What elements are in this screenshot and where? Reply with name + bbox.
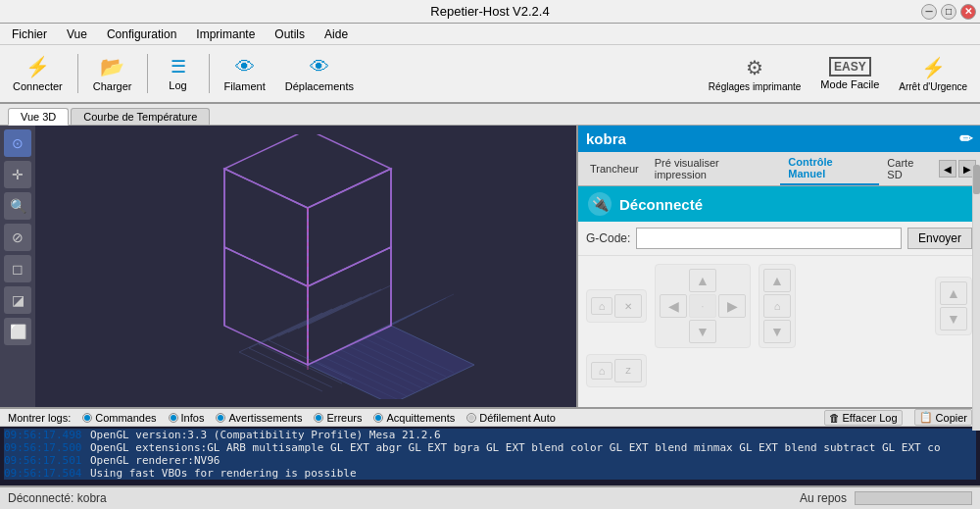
menu-fichier[interactable]: Fichier	[4, 25, 55, 43]
menu-outils[interactable]: Outils	[267, 25, 313, 43]
connecter-button[interactable]: ⚡ Connecter	[4, 47, 72, 100]
log-line: 09:56:17.498OpenGL version:3.3 (Compatib…	[4, 429, 976, 441]
maximize-button[interactable]: □	[941, 4, 956, 20]
toolbar-separator-1	[77, 54, 78, 93]
svg-line-33	[308, 285, 391, 325]
log-time: 09:56:17.498	[4, 429, 82, 441]
toolbar-separator-2	[147, 54, 148, 93]
toolbar: ⚡ Connecter 📂 Charger ☰ Log 👁 Filament 👁…	[0, 45, 980, 104]
filter-commandes[interactable]: Commandes	[82, 412, 156, 424]
infos-radio	[169, 413, 178, 423]
controls-row-2: ⌂ Z	[586, 354, 972, 387]
svg-marker-20	[308, 169, 391, 286]
sidebar-view2d-icon[interactable]: ◪	[4, 286, 31, 314]
filament-button[interactable]: 👁 Filament	[216, 47, 274, 100]
send-button[interactable]: Envoyer	[907, 228, 972, 249]
jog-right-btn[interactable]: ▶	[718, 294, 746, 318]
jog-empty-4	[718, 320, 746, 343]
viewport: ⊙ ✛ 🔍 ⊘ ◻ ◪ ⬜	[0, 126, 578, 407]
filter-avertissements[interactable]: Avertissements	[216, 412, 302, 424]
nav-left-btn[interactable]: ◀	[939, 160, 956, 178]
main-content: ⊙ ✛ 🔍 ⊘ ◻ ◪ ⬜	[0, 126, 980, 407]
controls-area: ⌂ ✕ ▲ ◀ · ▶ ▼	[578, 256, 980, 407]
svg-line-31	[288, 293, 371, 332]
sidebar-no-icon[interactable]: ⊘	[4, 224, 31, 251]
acquittements-radio	[373, 413, 383, 423]
home-z-btn[interactable]: ⌂	[591, 362, 612, 380]
z-label-btn: Z	[614, 359, 642, 382]
close-button[interactable]: ✕	[960, 4, 976, 20]
tab-carte-sd[interactable]: Carte SD	[879, 153, 939, 184]
log-line: 09:56:17.501OpenGL renderer:NV96	[4, 454, 976, 467]
effacer-icon: 🗑	[829, 412, 840, 424]
jog-up-btn[interactable]: ▲	[689, 269, 716, 292]
log-button[interactable]: ☰ Log	[154, 47, 203, 100]
cube-svg	[141, 134, 474, 399]
statusbar-right: Au repos	[800, 491, 847, 505]
deplacements-label: Déplacements	[285, 80, 354, 92]
svg-line-27	[249, 309, 332, 348]
menu-configuration[interactable]: Configuration	[99, 25, 184, 43]
acquittements-label: Acquittements	[386, 412, 455, 424]
sidebar-home-icon[interactable]: ⊙	[4, 129, 31, 157]
z-up-btn[interactable]: ▲	[763, 269, 791, 292]
copier-label: Copier	[936, 412, 967, 424]
log-label: Log	[169, 79, 186, 91]
mode-facile-button[interactable]: EASY Mode Facile	[811, 47, 888, 100]
gcode-label: G-Code:	[586, 231, 630, 245]
copier-button[interactable]: 📋 Copier	[914, 409, 972, 426]
connect-icon: ⚡	[25, 55, 50, 78]
controls-row-1: ⌂ ✕ ▲ ◀ · ▶ ▼	[586, 264, 972, 348]
deplacements-button[interactable]: 👁 Déplacements	[276, 47, 363, 100]
right-scrollbar[interactable]	[972, 165, 980, 431]
extrude-down-btn[interactable]: ▼	[940, 307, 967, 331]
infos-label: Infos	[181, 412, 205, 424]
home-xy-btn[interactable]: ⌂	[591, 297, 612, 315]
z-down-btn[interactable]: ▼	[763, 320, 791, 343]
filter-erreurs[interactable]: Erreurs	[314, 412, 362, 424]
tab-trancheur[interactable]: Trancheur	[582, 159, 647, 178]
printer-name: kobra	[586, 130, 626, 147]
sidebar-view3d-icon[interactable]: ◻	[4, 255, 31, 282]
filter-acquittements[interactable]: Acquittements	[373, 412, 455, 424]
disconnected-icon: 🔌	[588, 192, 612, 216]
menu-imprimante[interactable]: Imprimante	[188, 25, 263, 43]
arret-urgence-button[interactable]: ⚡ Arrêt d'Urgence	[890, 47, 976, 100]
load-icon: 📂	[100, 55, 124, 78]
jog-left-btn[interactable]: ◀	[660, 294, 687, 318]
disconnected-bar: 🔌 Déconnecté	[578, 186, 980, 222]
filter-infos[interactable]: Infos	[169, 412, 205, 424]
sidebar-box-icon[interactable]: ⬜	[4, 318, 31, 345]
right-panel-tabs: Trancheur Pré visualiser impression Cont…	[578, 152, 980, 186]
svg-line-32	[298, 289, 381, 329]
log-msg: OpenGL version:3.3 (Compatibility Profil…	[90, 429, 441, 441]
log-line: 09:56:17.500OpenGL extensions:GL ARB mul…	[4, 441, 976, 454]
jog-center: ·	[689, 294, 716, 318]
edit-icon[interactable]: ✏	[959, 129, 972, 148]
tab-courbe[interactable]: Courbe de Température	[71, 108, 210, 125]
titlebar-title: Repetier-Host V2.2.4	[430, 4, 549, 19]
tab-previsualiser[interactable]: Pré visualiser impression	[647, 153, 781, 184]
jog-down-btn[interactable]: ▼	[689, 320, 716, 343]
home-xy-group: ⌂ ✕	[586, 289, 647, 323]
filter-defilement[interactable]: Défilement Auto	[466, 412, 556, 424]
sidebar-move-icon[interactable]: ✛	[4, 161, 31, 188]
z-home-btn[interactable]: ⌂	[763, 294, 791, 318]
charger-label: Charger	[93, 80, 132, 92]
menu-vue[interactable]: Vue	[59, 25, 95, 43]
extrude-up-btn[interactable]: ▲	[940, 281, 967, 305]
charger-button[interactable]: 📂 Charger	[84, 47, 141, 100]
sidebar-zoom-icon[interactable]: 🔍	[4, 192, 31, 220]
gcode-input[interactable]	[636, 228, 902, 249]
xy-minus-btn[interactable]: ✕	[614, 294, 642, 318]
svg-line-34	[239, 352, 322, 391]
menu-aide[interactable]: Aide	[317, 25, 356, 43]
commandes-label: Commandes	[95, 412, 156, 424]
scrollbar-thumb[interactable]	[973, 165, 980, 194]
reglages-button[interactable]: ⚙ Réglages imprimante	[700, 47, 810, 100]
minimize-button[interactable]: ─	[921, 4, 937, 20]
effacer-log-button[interactable]: 🗑 Effacer Log	[824, 410, 903, 426]
tab-controle-manuel[interactable]: Contrôle Manuel	[780, 152, 879, 185]
erreurs-label: Erreurs	[326, 412, 362, 424]
tab-vue3d[interactable]: Vue 3D	[8, 108, 69, 126]
